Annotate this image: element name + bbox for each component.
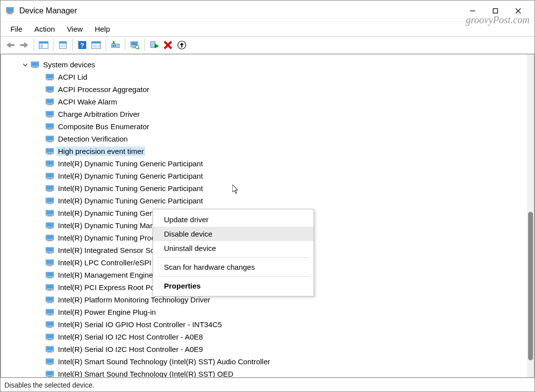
menu-file[interactable]: File	[4, 23, 28, 35]
svg-rect-139	[47, 359, 53, 363]
svg-rect-83	[47, 186, 53, 190]
tree-node[interactable]: Intel(R) Power Engine Plug-in	[1, 306, 527, 318]
svg-rect-116	[48, 290, 52, 290]
svg-line-34	[139, 49, 140, 49]
tree-node[interactable]: ACPI Wake Alarm	[1, 96, 527, 108]
context-menu-item[interactable]: Properties	[153, 279, 314, 293]
toolbar-action-center-button[interactable]	[89, 38, 103, 52]
minimize-button[interactable]	[461, 3, 484, 19]
window-title: Device Manager	[19, 6, 77, 15]
svg-rect-44	[33, 67, 37, 67]
toolbar-back-button[interactable]	[3, 38, 17, 52]
svg-rect-104	[48, 252, 52, 253]
toolbar-separator	[34, 39, 34, 51]
device-icon	[46, 123, 54, 130]
tree-node[interactable]: Intel(R) Dynamic Tuning Generic Particip…	[1, 182, 527, 195]
scrollbar-thumb[interactable]	[528, 212, 533, 360]
toolbar-update-driver-button[interactable]	[108, 38, 122, 52]
device-icon	[46, 136, 54, 143]
device-icon	[46, 358, 54, 365]
tree-node[interactable]: Charge Arbitration Driver	[1, 108, 527, 120]
statusbar-text: Disables the selected device.	[4, 381, 94, 389]
svg-rect-76	[48, 166, 52, 166]
svg-rect-85	[47, 191, 53, 192]
toolbar-properties-button[interactable]	[56, 38, 70, 52]
svg-marker-9	[20, 42, 28, 48]
toolbar-add-hardware-button[interactable]	[175, 38, 189, 52]
svg-rect-121	[47, 302, 53, 303]
tree-node-label: ACPI Processor Aggregator	[58, 85, 149, 94]
svg-rect-101	[47, 241, 53, 241]
menu-help[interactable]: Help	[89, 23, 116, 35]
tree-node[interactable]: ACPI Lid	[1, 71, 527, 83]
toolbar-uninstall-device-button[interactable]	[161, 38, 175, 52]
toolbar-separator	[125, 39, 125, 51]
svg-rect-145	[47, 377, 53, 377]
toolbar-show-hide-tree-button[interactable]	[37, 38, 51, 52]
svg-rect-123	[47, 310, 53, 314]
tree-node-label: Intel(R) Dynamic Tuning Generic Particip…	[58, 159, 203, 168]
toolbar-scan-hardware-button[interactable]	[128, 38, 142, 52]
menu-action[interactable]: Action	[28, 23, 61, 35]
tree-node[interactable]: Intel(R) Serial IO I2C Host Controller -…	[1, 343, 527, 355]
svg-rect-137	[47, 352, 53, 352]
svg-rect-53	[47, 92, 53, 93]
device-icon	[46, 74, 54, 81]
svg-text:?: ?	[80, 42, 84, 49]
tree-node-label: Charge Arbitration Driver	[58, 110, 140, 118]
tree-node[interactable]: Intel(R) Serial IO GPIO Host Controller …	[1, 318, 527, 331]
svg-rect-57	[47, 104, 53, 105]
device-icon	[46, 321, 54, 328]
svg-rect-60	[48, 116, 52, 117]
maximize-button[interactable]	[484, 3, 507, 19]
toolbar-help-button[interactable]: ?	[75, 38, 89, 52]
device-icon	[46, 148, 54, 155]
tree-node[interactable]: Composite Bus Enumerator	[1, 120, 527, 133]
tree-node[interactable]: Intel(R) Dynamic Tuning Generic Particip…	[1, 170, 527, 182]
context-menu-item[interactable]: Update driver	[153, 212, 314, 227]
svg-rect-67	[47, 137, 53, 141]
svg-rect-55	[47, 99, 53, 103]
tree-node[interactable]: Intel(R) Dynamic Tuning Generic Particip…	[1, 157, 527, 170]
chevron-down-icon[interactable]	[22, 61, 29, 68]
svg-rect-81	[47, 179, 53, 179]
menu-view[interactable]: View	[61, 23, 89, 35]
svg-rect-30	[131, 42, 137, 46]
svg-rect-113	[47, 278, 53, 278]
device-icon	[46, 185, 54, 192]
svg-rect-75	[47, 161, 53, 165]
svg-rect-48	[48, 79, 52, 80]
svg-rect-141	[47, 364, 53, 365]
context-menu-item[interactable]: Uninstall device	[153, 241, 314, 255]
tree-node[interactable]: Detection Verification	[1, 133, 527, 145]
toolbar-separator	[144, 39, 145, 51]
device-icon	[46, 173, 54, 180]
svg-rect-87	[47, 198, 53, 202]
toolbar: ?	[0, 36, 535, 54]
tree-node[interactable]: Intel(R) Serial IO I2C Host Controller -…	[1, 331, 527, 343]
tree-node[interactable]: Intel(R) Smart Sound Technology (Intel(R…	[1, 355, 527, 368]
tree-node-label: Intel(R) Dynamic Tuning Generic Particip…	[58, 184, 203, 193]
tree-node-label: Intel(R) Serial IO GPIO Host Controller …	[58, 320, 222, 329]
svg-marker-8	[6, 42, 14, 48]
vertical-scrollbar[interactable]	[527, 54, 534, 377]
svg-rect-45	[32, 67, 38, 68]
svg-rect-65	[47, 129, 53, 130]
device-icon	[46, 272, 54, 279]
context-menu-item[interactable]: Disable device	[153, 227, 314, 241]
svg-rect-47	[47, 75, 53, 79]
svg-rect-96	[48, 228, 52, 228]
svg-rect-51	[47, 87, 53, 91]
toolbar-disable-device-button[interactable]	[147, 38, 161, 52]
close-button[interactable]	[507, 3, 530, 19]
tree-node[interactable]: High precision event timer	[1, 145, 527, 157]
tree-node-system-devices[interactable]: System devices	[1, 58, 527, 71]
svg-marker-28	[112, 42, 115, 44]
context-menu-item[interactable]: Scan for hardware changes	[153, 260, 314, 274]
tree-node[interactable]: Intel(R) Smart Sound Technology (Intel(R…	[1, 368, 527, 378]
toolbar-forward-button[interactable]	[17, 38, 31, 52]
svg-rect-99	[47, 236, 53, 240]
tree-node-label: Intel(R) Smart Sound Technology (Intel(R…	[58, 357, 270, 366]
tree-node[interactable]: Intel(R) Dynamic Tuning Generic Particip…	[1, 195, 527, 207]
tree-node[interactable]: ACPI Processor Aggregator	[1, 83, 527, 96]
